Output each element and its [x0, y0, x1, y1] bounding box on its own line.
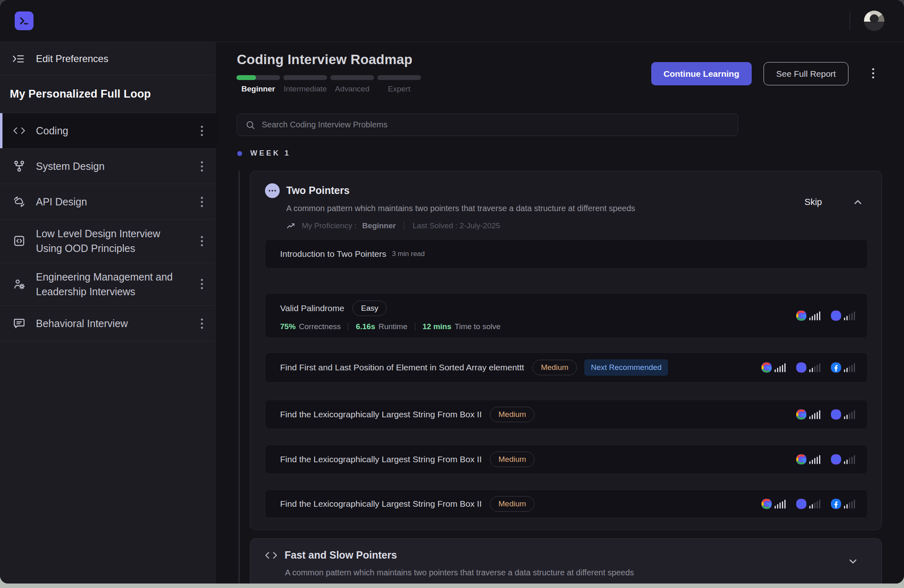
user-avatar[interactable]: [864, 11, 884, 31]
problem-title: Find the Lexicographically Largest Strin…: [280, 499, 482, 509]
stat-value: 12 mins: [423, 322, 452, 331]
popularity-bars-icon: [775, 363, 786, 372]
level-progress-bar: [236, 75, 421, 80]
company-frequency-icons: [761, 499, 855, 509]
company-frequency-icons: [796, 311, 855, 321]
level-label-expert: Expert: [377, 85, 421, 94]
pattern-card-fast-slow-pointers[interactable]: Fast and Slow Pointers A common pattern …: [250, 538, 882, 584]
problem-row-box-ii-1[interactable]: Find the Lexicographically Largest Strin…: [265, 400, 868, 429]
problem-row-box-ii-2[interactable]: Find the Lexicographically Largest Strin…: [265, 445, 868, 474]
problem-title: Find the Lexicographically Largest Strin…: [280, 410, 482, 419]
popularity-bars-icon: [809, 311, 820, 320]
facebook-frequency: [831, 499, 855, 509]
proficiency-value: Beginner: [362, 221, 396, 230]
page-title: Coding Interview Roadmap: [237, 52, 412, 67]
divider: [415, 323, 415, 331]
proficiency-label: My Proficiency :: [302, 221, 356, 230]
google-frequency: [796, 311, 820, 321]
item-menu-button[interactable]: [198, 159, 205, 174]
pattern-card-two-pointers: Two Pointers A common pattern which main…: [250, 171, 882, 530]
popularity-bars-icon: [809, 499, 820, 508]
google-icon: [796, 454, 806, 465]
sidebar-item-label: Coding: [36, 123, 68, 138]
sidebar-title: My Personalized Full Loop: [0, 76, 216, 113]
code-icon: [13, 125, 25, 137]
edit-preferences-button[interactable]: Edit Preferences: [0, 42, 216, 76]
search-input[interactable]: [262, 120, 730, 129]
meta-frequency: [831, 410, 855, 420]
problem-title: Valid Palindrome: [280, 303, 344, 313]
progress-segment-advanced: [330, 75, 374, 80]
facebook-icon: [831, 363, 841, 373]
stat-label: Correctness: [299, 322, 341, 331]
sidebar-item-label: API Design: [36, 194, 87, 209]
proficiency-line: My Proficiency : Beginner Last Solved : …: [286, 221, 500, 231]
api-cloud-icon: [13, 196, 25, 208]
meta-icon: [796, 499, 806, 509]
company-frequency-icons: [761, 363, 855, 373]
facebook-frequency: [831, 363, 855, 373]
google-frequency: [796, 454, 820, 465]
app-logo[interactable]: [15, 11, 33, 30]
continue-learning-button[interactable]: Continue Learning: [651, 62, 752, 85]
difficulty-badge-medium: Medium: [532, 360, 577, 375]
item-menu-button[interactable]: [198, 194, 205, 209]
sidebar-item-label: Behavioral Interview: [36, 316, 128, 331]
topbar-divider: [850, 11, 850, 30]
meta-icon: [831, 311, 841, 321]
problem-row-valid-palindrome[interactable]: Valid Palindrome Easy 75% Correctness 6.…: [265, 293, 868, 338]
sidebar-item-system-design[interactable]: System Design: [0, 149, 216, 184]
popularity-bars-icon: [844, 363, 855, 372]
problem-stats: 75% Correctness 6.16s Runtime 12 mins Ti…: [280, 322, 501, 331]
last-solved: Last Solved : 2-July-2025: [412, 221, 500, 230]
sidebar-item-coding[interactable]: Coding: [0, 113, 216, 149]
ood-code-box-icon: [13, 235, 25, 247]
problem-title: Find First and Last Position of Element …: [280, 363, 524, 372]
level-labels: Beginner Intermediate Advanced Expert: [236, 85, 421, 94]
google-icon: [761, 499, 772, 509]
problem-title: Find the Lexicographically Largest Strin…: [280, 454, 482, 464]
divider: [404, 221, 404, 230]
meta-frequency: [831, 311, 855, 321]
roadmap-menu-button[interactable]: [870, 66, 877, 81]
item-menu-button[interactable]: [198, 234, 205, 249]
popularity-bars-icon: [775, 499, 786, 508]
problem-row-find-first-last[interactable]: Find First and Last Position of Element …: [265, 352, 868, 383]
problem-row-box-ii-3[interactable]: Find the Lexicographically Largest Strin…: [265, 490, 868, 518]
sidebar: Edit Preferences My Personalized Full Lo…: [0, 42, 216, 584]
sidebar-item-behavioral-interview[interactable]: Behavioral Interview: [0, 306, 216, 341]
sidebar-item-low-level-design[interactable]: Low Level Design Interview Using OOD Pri…: [0, 220, 216, 263]
code-icon: [265, 549, 277, 561]
search-box: [237, 114, 738, 136]
week-header: WEEK 1: [237, 149, 291, 158]
chevron-down-icon: [847, 556, 859, 567]
system-design-icon: [13, 160, 25, 172]
app-window: Edit Preferences My Personalized Full Lo…: [0, 0, 904, 584]
sidebar-item-engineering-management[interactable]: Engineering Management and Leadership In…: [0, 263, 216, 306]
see-full-report-button[interactable]: See Full Report: [764, 62, 848, 85]
search-icon: [245, 120, 255, 130]
preferences-list-icon: [12, 53, 24, 64]
google-frequency: [761, 499, 786, 509]
expand-section-button[interactable]: [847, 556, 859, 567]
sidebar-item-label: Low Level Design Interview Using OOD Pri…: [36, 226, 183, 256]
skip-button[interactable]: Skip: [804, 197, 822, 207]
chevron-up-icon: [852, 196, 864, 208]
level-label-intermediate: Intermediate: [283, 85, 327, 94]
level-label-beginner: Beginner: [236, 85, 280, 94]
lesson-row-intro[interactable]: Introduction to Two Pointers 3 min read: [265, 239, 868, 269]
level-label-advanced: Advanced: [330, 85, 374, 94]
difficulty-badge-medium: Medium: [490, 496, 535, 512]
item-menu-button[interactable]: [198, 123, 205, 138]
person-gear-icon: [13, 278, 25, 290]
stat-value: 75%: [280, 322, 296, 331]
popularity-bars-icon: [844, 499, 855, 508]
progress-segment-intermediate: [283, 75, 327, 80]
company-frequency-icons: [796, 454, 855, 465]
item-menu-button[interactable]: [198, 276, 205, 292]
google-icon: [761, 363, 772, 373]
item-menu-button[interactable]: [198, 316, 205, 331]
meta-icon: [831, 454, 841, 465]
collapse-section-button[interactable]: [852, 196, 864, 208]
sidebar-item-api-design[interactable]: API Design: [0, 184, 216, 220]
